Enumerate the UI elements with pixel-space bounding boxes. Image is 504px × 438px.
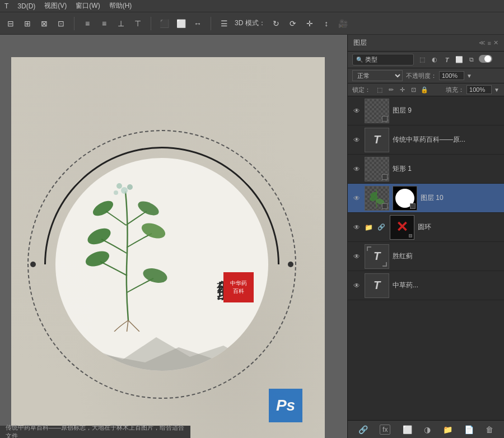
layer-item-rect1[interactable]: 👁 矩形 1: [348, 155, 504, 184]
fill-label: 填充：: [446, 86, 464, 94]
zhongcao-thumb: T: [365, 273, 389, 298]
handle-right[interactable]: [288, 262, 293, 267]
layer-item-shengong[interactable]: 👁 T 胜红蓟: [348, 242, 504, 271]
shengong-eye[interactable]: 👁: [352, 252, 361, 261]
toolbar-3d-rotate[interactable]: ↻: [270, 17, 282, 30]
panel-bottom-toolbar: 🔗 fx ⬜ ◑ 📁 📄 🗑: [348, 420, 504, 438]
svg-point-9: [114, 190, 118, 195]
status-bar: 传统中药草百科——原创标志，大地在于林木上百图片，给合适合文件: [0, 426, 190, 438]
fill-control: 填充： 100% ▼: [446, 85, 500, 94]
layer-item-layer10[interactable]: 👁 图层 10: [348, 184, 504, 213]
toolbar-icon-10[interactable]: ⬜: [175, 17, 187, 30]
handle-left[interactable]: [30, 262, 36, 267]
toolbar-icon-2[interactable]: ⊞: [21, 17, 34, 30]
rect1-eye[interactable]: 👁: [352, 165, 361, 174]
delete-layer-icon[interactable]: 🗑: [486, 425, 493, 434]
shengong-name: 胜红蓟: [393, 251, 500, 261]
add-fx-icon[interactable]: fx: [380, 425, 390, 435]
toolbar-3d-label: 3D 模式：: [235, 18, 265, 28]
opacity-arrow[interactable]: ▼: [466, 73, 472, 79]
layer10-thumb: [365, 186, 389, 211]
filter-smartobj-icon[interactable]: ⧉: [466, 55, 477, 65]
filter-shape-icon[interactable]: ⬜: [454, 55, 464, 65]
toolbar-icon-8[interactable]: ⊤: [132, 17, 144, 30]
text1-eye[interactable]: 👁: [352, 136, 361, 145]
lock-label: 锁定：: [352, 86, 371, 94]
add-folder-icon[interactable]: 📁: [443, 425, 452, 434]
toolbar-icon-7[interactable]: ⊥: [115, 17, 127, 30]
red-stamp: 中华药百科: [223, 272, 254, 302]
menu-help[interactable]: 帮助(H): [109, 1, 132, 11]
add-adjustment-icon[interactable]: ◑: [424, 425, 431, 434]
blend-row: 正常 不透明度： 100% ▼: [348, 68, 504, 83]
add-layer-icon[interactable]: 📄: [464, 425, 474, 434]
ring-eye[interactable]: 👁: [352, 223, 361, 232]
toolbar-icon-1[interactable]: ⊟: [4, 17, 17, 30]
lock-all-icon[interactable]: 🔒: [420, 86, 429, 94]
menu-window[interactable]: 窗口(W): [76, 1, 100, 11]
toolbar-3d-orbit[interactable]: ⟳: [287, 17, 299, 30]
add-link-icon[interactable]: 🔗: [358, 425, 368, 434]
ring-thumb: ✕: [390, 215, 414, 240]
lock-paint-icon[interactable]: ✏: [386, 86, 395, 94]
toolbar-icon-6[interactable]: ≡: [98, 17, 110, 30]
lock-artboard-icon[interactable]: ⊡: [409, 86, 418, 94]
toolbar-icon-5[interactable]: ≡: [81, 17, 94, 30]
toolbar-icon-4[interactable]: ⊡: [55, 17, 67, 30]
panel-title: 图层: [353, 38, 367, 48]
ps-watermark: Ps: [269, 389, 302, 422]
toolbar-icon-9[interactable]: ⬛: [158, 17, 170, 30]
artwork-container: 胜红蓟 中华药百科: [11, 57, 325, 438]
plant-illustration: [72, 164, 184, 332]
zhongcao-eye[interactable]: 👁: [352, 281, 361, 290]
toolbar-3d-slide[interactable]: ↕: [320, 17, 333, 30]
toolbar-icon-3[interactable]: ⊠: [38, 17, 50, 30]
panel-close-btn[interactable]: ✕: [493, 39, 498, 46]
text1-thumb: T: [365, 128, 389, 152]
lock-transparency-icon[interactable]: ⬚: [375, 86, 384, 94]
layer10-eye[interactable]: 👁: [352, 194, 361, 203]
fill-arrow[interactable]: ▼: [494, 87, 500, 93]
mountain-svg: [55, 326, 268, 371]
filter-icons: ⬚ ◐ T ⬜ ⧉: [417, 55, 492, 65]
toolbar-3d-pan[interactable]: ✛: [304, 17, 316, 30]
canvas-area: 胜红蓟 中华药百科 Ps 传统中药草百科——原创标志，大地在于林木上百图片，给合…: [0, 35, 347, 438]
layers-list: 👁 图层 9 👁 T 传统中草药百科——原... 👁 矩形 1: [348, 96, 504, 420]
filter-search-box[interactable]: 🔍 类型: [352, 54, 414, 66]
rect1-thumb: [365, 157, 389, 181]
filter-toggle[interactable]: [479, 55, 492, 63]
search-icon: 🔍: [356, 57, 363, 63]
filter-pixel-icon[interactable]: ⬚: [417, 55, 427, 65]
panel-menu-btn[interactable]: ≡: [488, 40, 491, 46]
panel-collapse-btn[interactable]: ≪: [479, 39, 486, 46]
toolbar-icon-11[interactable]: ↔: [192, 17, 204, 30]
layer-item-text1[interactable]: 👁 T 传统中草药百科——原...: [348, 125, 504, 155]
stamp-text: 中华药百科: [230, 279, 247, 295]
panel-collapse-icons: ≪ ≡ ✕: [479, 39, 498, 46]
layer-item-zhongcao[interactable]: 👁 T 中草药...: [348, 271, 504, 300]
layer9-thumb: [365, 99, 389, 123]
layer-item-ring[interactable]: 👁 📁 🔗 ✕ 圆环: [348, 213, 504, 242]
menu-view[interactable]: 视图(V): [44, 1, 67, 11]
toolbar-3d-camera[interactable]: 🎥: [337, 17, 349, 30]
main-area: 胜红蓟 中华药百科 Ps 传统中药草百科——原创标志，大地在于林木上百图片，给合…: [0, 35, 504, 438]
toolbar-sep-2: [151, 17, 151, 30]
opacity-label: 不透明度：: [406, 72, 437, 80]
filter-adjustment-icon[interactable]: ◐: [430, 55, 440, 65]
lock-icons: ⬚ ✏ ✛ ⊡ 🔒: [375, 86, 429, 94]
lock-move-icon[interactable]: ✛: [398, 86, 407, 94]
toolbar-icon-12[interactable]: ☰: [218, 17, 230, 30]
svg-point-0: [83, 248, 111, 269]
opacity-value[interactable]: 100%: [439, 71, 464, 80]
layer9-eye[interactable]: 👁: [352, 106, 361, 115]
layer-item-layer9[interactable]: 👁 图层 9: [348, 96, 504, 125]
menu-3d[interactable]: 3D(D): [17, 2, 35, 10]
blend-mode-select[interactable]: 正常: [352, 70, 403, 81]
menu-t[interactable]: T: [4, 2, 8, 10]
ring-chain-icon: 🔗: [377, 223, 385, 231]
add-mask-icon[interactable]: ⬜: [403, 425, 412, 434]
lock-row: 锁定： ⬚ ✏ ✛ ⊡ 🔒 填充： 100% ▼: [348, 83, 504, 96]
panel-header: 图层 ≪ ≡ ✕: [348, 35, 504, 52]
filter-type-icon[interactable]: T: [442, 55, 452, 65]
fill-value[interactable]: 100%: [466, 85, 492, 94]
